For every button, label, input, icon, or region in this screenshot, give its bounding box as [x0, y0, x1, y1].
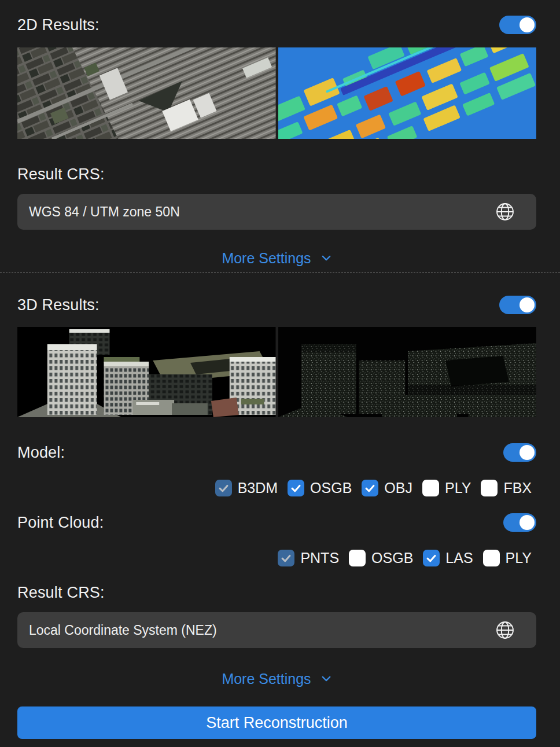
more-settings-top-label: More Settings [222, 250, 311, 267]
result-crs-top-label: Result CRS: [17, 165, 105, 183]
checkbox-osgb[interactable] [349, 550, 366, 566]
previews-3d [17, 327, 536, 417]
result-crs-bottom-label: Result CRS: [17, 584, 105, 602]
results-3d-label: 3D Results: [17, 296, 100, 314]
results-2d-toggle[interactable] [499, 16, 536, 34]
result-crs-bottom-value: Local Coordinate System (NEZ) [29, 623, 217, 638]
start-reconstruction-label: Start Reconstruction [206, 714, 348, 732]
checkbox-label-pnts: PNTS [300, 550, 339, 566]
more-settings-bottom-label: More Settings [222, 671, 311, 687]
checkbox-label-ply: PLY [506, 550, 532, 566]
model-format-options: B3DMOSGBOBJPLYFBX [17, 479, 536, 497]
point-cloud-header: Point Cloud: [17, 513, 536, 532]
toggle-knob [520, 445, 535, 460]
results-2d-label: 2D Results: [17, 16, 100, 34]
checkbox-label-osgb: OSGB [310, 480, 352, 496]
checkbox-label-fbx: FBX [503, 480, 532, 496]
format-option-fbx[interactable]: FBX [481, 480, 532, 496]
result-crs-top-value: WGS 84 / UTM zone 50N [29, 204, 180, 220]
model-header: Model: [17, 443, 536, 462]
more-settings-bottom[interactable]: More Settings [17, 669, 536, 688]
point-cloud-format-options: PNTSOSGBLASPLY [17, 549, 536, 567]
toggle-knob [520, 515, 535, 530]
checkbox-pnts [278, 550, 294, 566]
results-3d-toggle[interactable] [499, 296, 536, 314]
results-3d-header: 3D Results: [17, 295, 536, 315]
format-option-ply[interactable]: PLY [422, 480, 471, 496]
format-option-pnts[interactable]: PNTS [278, 550, 339, 566]
checkbox-label-obj: OBJ [384, 480, 412, 496]
heatmap-preview-image [278, 47, 537, 139]
format-option-las[interactable]: LAS [423, 550, 473, 566]
point-cloud-label: Point Cloud: [17, 514, 104, 532]
checkbox-las[interactable] [423, 550, 440, 566]
reconstruction-settings-panel: 2D Results: [0, 15, 560, 267]
orthophoto-preview-image [17, 47, 276, 139]
checkbox-b3dm [215, 480, 232, 496]
chevron-down-icon [320, 673, 332, 685]
start-reconstruction-button[interactable]: Start Reconstruction [17, 706, 536, 739]
format-option-osgb[interactable]: OSGB [349, 550, 413, 566]
globe-icon[interactable] [495, 620, 515, 641]
results-2d-header: 2D Results: [17, 15, 536, 35]
toggle-knob [520, 17, 535, 32]
section-divider [0, 273, 560, 273]
point-cloud-preview-image [278, 327, 537, 417]
format-option-obj[interactable]: OBJ [362, 480, 412, 496]
model-label: Model: [17, 444, 65, 462]
point-cloud-toggle[interactable] [503, 513, 536, 532]
checkbox-ply[interactable] [483, 550, 500, 566]
previews-2d [17, 47, 536, 139]
format-option-ply[interactable]: PLY [483, 550, 532, 566]
model-toggle[interactable] [503, 443, 536, 462]
checkbox-label-las: LAS [445, 550, 473, 566]
textured-model-preview-image [17, 327, 276, 417]
checkbox-fbx[interactable] [481, 480, 498, 496]
checkbox-obj[interactable] [362, 480, 378, 496]
toggle-knob [520, 297, 535, 312]
format-option-osgb[interactable]: OSGB [288, 480, 352, 496]
result-crs-bottom-field[interactable]: Local Coordinate System (NEZ) [17, 612, 536, 648]
result-crs-top-field[interactable]: WGS 84 / UTM zone 50N [17, 194, 536, 230]
more-settings-top[interactable]: More Settings [17, 249, 536, 267]
chevron-down-icon [320, 252, 332, 264]
checkbox-label-osgb: OSGB [371, 550, 413, 566]
globe-icon[interactable] [495, 201, 515, 222]
checkbox-label-b3dm: B3DM [238, 480, 278, 496]
format-option-b3dm[interactable]: B3DM [215, 480, 278, 496]
checkbox-osgb[interactable] [288, 480, 304, 496]
checkbox-ply[interactable] [422, 480, 439, 496]
checkbox-label-ply: PLY [445, 480, 471, 496]
